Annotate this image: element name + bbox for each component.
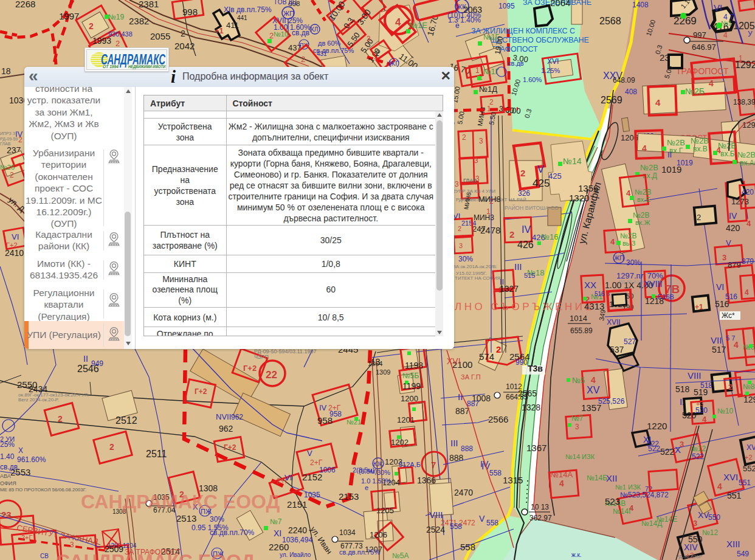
svg-text:V: V bbox=[726, 238, 731, 247]
svg-text:958: 958 bbox=[317, 415, 333, 426]
svg-text:V: V bbox=[307, 449, 312, 458]
svg-text:516: 516 bbox=[715, 299, 729, 309]
svg-text:888: 888 bbox=[461, 444, 473, 453]
svg-text:431: 431 bbox=[317, 50, 327, 57]
svg-text:№14А: №14А bbox=[550, 470, 573, 479]
svg-text:3: 3 bbox=[479, 137, 483, 145]
svg-text:(8.5м): (8.5м) bbox=[359, 468, 377, 475]
svg-text:1367: 1367 bbox=[526, 443, 546, 453]
svg-text:4: 4 bbox=[559, 479, 564, 488]
svg-text:517: 517 bbox=[712, 345, 726, 354]
svg-text:2: 2 bbox=[89, 21, 94, 31]
svg-text:Жс*: Жс* bbox=[722, 311, 735, 320]
svg-text:2: 2 bbox=[109, 442, 114, 452]
svg-text:АВА: АВА bbox=[0, 473, 11, 479]
svg-text:1198: 1198 bbox=[405, 361, 423, 370]
svg-text:ОФИЯ: ОФИЯ bbox=[0, 480, 16, 486]
svg-text:4: 4 bbox=[702, 415, 707, 424]
svg-text:№2В: №2В bbox=[691, 136, 709, 145]
svg-text:1408: 1408 bbox=[632, 1, 649, 9]
svg-text:3: 3 bbox=[367, 35, 371, 43]
svg-text:дв 60%: дв 60% bbox=[318, 40, 341, 47]
svg-text:10 13: 10 13 bbox=[531, 503, 549, 511]
svg-text:520: 520 bbox=[695, 406, 708, 415]
svg-text:IV: IV bbox=[319, 403, 327, 412]
svg-text:IV: IV bbox=[522, 224, 531, 235]
svg-text:св.дв.пл.75%: св.дв.пл.75% bbox=[339, 548, 380, 556]
svg-text:+1: +1 bbox=[695, 303, 703, 311]
svg-text:4: 4 bbox=[629, 503, 634, 513]
svg-text:II: II bbox=[83, 354, 88, 364]
svg-text:XI: XI bbox=[274, 528, 281, 538]
svg-text:4: 4 bbox=[642, 143, 647, 153]
svg-text:№2В: №2В bbox=[737, 150, 755, 159]
svg-text:ИПРЗ З: ИПРЗ З bbox=[0, 131, 15, 136]
svg-text:РАЙОН ВИТОША-СО: РАЙОН ВИТОША-СО bbox=[505, 204, 559, 211]
svg-text:425: 425 bbox=[548, 171, 562, 181]
svg-text:326: 326 bbox=[518, 189, 530, 198]
svg-text:ЗА Г.П: ЗА Г.П bbox=[461, 373, 481, 381]
svg-text:е: е bbox=[365, 484, 368, 491]
svg-text:2240: 2240 bbox=[288, 525, 307, 535]
svg-text:№6: №6 bbox=[743, 343, 755, 351]
svg-text:558: 558 bbox=[489, 469, 502, 477]
svg-text:№2В: №2В bbox=[633, 211, 650, 220]
svg-text:св.дв: св.дв bbox=[508, 60, 524, 67]
svg-text:III: III bbox=[450, 438, 458, 448]
svg-text:558: 558 bbox=[486, 519, 498, 527]
svg-text:3: 3 bbox=[455, 180, 459, 188]
svg-text:+3: +3 bbox=[696, 400, 704, 407]
svg-text:520: 520 bbox=[682, 410, 697, 420]
svg-text:4: 4 bbox=[610, 237, 615, 246]
svg-text:№19: №19 bbox=[108, 13, 125, 21]
svg-text:е: е bbox=[455, 21, 460, 30]
svg-text:522: 522 bbox=[648, 444, 660, 453]
svg-text:ЖГ: ЖГ bbox=[389, 60, 399, 67]
svg-text:1034: 1034 bbox=[339, 528, 356, 537]
svg-text:1206: 1206 bbox=[370, 530, 387, 539]
svg-text:№1: №1 bbox=[721, 19, 732, 27]
svg-text:3: 3 bbox=[575, 423, 579, 431]
svg-text:ЖП: ЖП bbox=[614, 255, 624, 261]
svg-text:2382: 2382 bbox=[129, 16, 149, 26]
svg-text:648.09: 648.09 bbox=[613, 76, 635, 85]
svg-text:962: 962 bbox=[231, 413, 243, 421]
svg-text:522: 522 bbox=[660, 447, 675, 457]
svg-text:NVII: NVII bbox=[216, 412, 231, 421]
svg-text:1218: 1218 bbox=[645, 296, 664, 306]
svg-text:2569: 2569 bbox=[601, 95, 622, 105]
svg-text:2381: 2381 bbox=[139, 0, 159, 9]
svg-text:18: 18 bbox=[1, 66, 11, 76]
svg-text:2: 2 bbox=[458, 225, 461, 232]
svg-text:537: 537 bbox=[610, 345, 624, 354]
svg-text:№26: №26 bbox=[0, 164, 15, 171]
svg-text:3: 3 bbox=[680, 440, 684, 449]
svg-text:XIV: XIV bbox=[684, 542, 698, 552]
svg-text:Г+2: Г+2 bbox=[243, 364, 257, 373]
svg-text:4: 4 bbox=[591, 375, 596, 385]
svg-text:XVII: XVII bbox=[607, 318, 621, 327]
svg-text:№10: №10 bbox=[717, 407, 734, 415]
svg-text:2511: 2511 bbox=[146, 449, 167, 459]
svg-text:138,395: 138,395 bbox=[733, 98, 755, 106]
svg-text:30%: 30% bbox=[210, 515, 224, 524]
svg-text:441: 441 bbox=[237, 15, 247, 21]
svg-text:№1 ИЗК: №1 ИЗК bbox=[615, 483, 641, 491]
svg-text:879: 879 bbox=[728, 260, 741, 269]
svg-text:2: 2 bbox=[115, 39, 120, 48]
svg-text:551: 551 bbox=[739, 479, 751, 487]
svg-text:+2: +2 bbox=[745, 454, 753, 461]
svg-text:3: 3 bbox=[459, 242, 463, 249]
svg-text:№12: №12 bbox=[702, 528, 719, 537]
svg-text:2152: 2152 bbox=[302, 472, 322, 482]
svg-text:558: 558 bbox=[450, 522, 462, 531]
svg-text:5 7: 5 7 bbox=[726, 334, 735, 342]
svg-text:ЗА:ок.201А-ок.20/В:: ЗА:ок.201А-ок.20/В: bbox=[453, 264, 497, 269]
svg-text:ХІв дв.пл.75%: ХІв дв.пл.75% bbox=[224, 5, 272, 14]
svg-text:2: 2 bbox=[462, 133, 466, 142]
svg-text:св.дв.пл.70%: св.дв.пл.70% bbox=[210, 528, 255, 537]
svg-text:551: 551 bbox=[727, 491, 742, 500]
svg-text:2524: 2524 bbox=[426, 525, 445, 534]
svg-text:№1Е: №1Е bbox=[409, 21, 427, 30]
svg-text:420: 420 bbox=[726, 223, 740, 233]
